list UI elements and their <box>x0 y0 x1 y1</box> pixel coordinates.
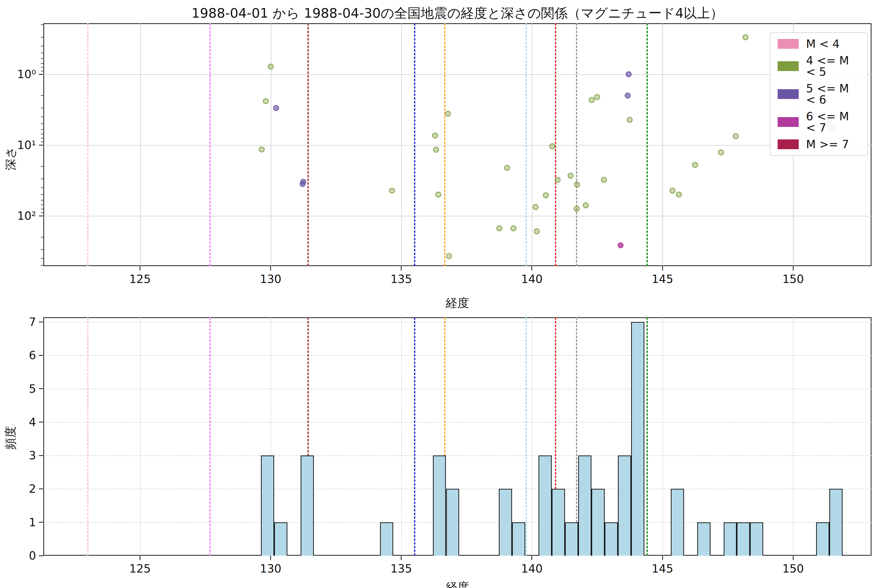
tick-mark <box>401 556 402 560</box>
tick-label: 130 <box>260 273 282 285</box>
tick-mark <box>531 266 532 270</box>
minor-tick-mark <box>41 52 44 53</box>
tick-label: 140 <box>521 273 543 285</box>
legend-label: M >= 7 <box>806 139 849 150</box>
histogram-bar <box>512 522 525 556</box>
scatter-point <box>496 225 502 231</box>
minor-tick-mark <box>41 67 44 68</box>
chart-title: 1988-04-01 から 1988-04-30の全国地震の経度と深さの関係（マ… <box>192 4 723 22</box>
tick-mark <box>531 556 532 560</box>
tick-mark <box>793 556 794 560</box>
vline-marker <box>210 317 211 556</box>
histogram-bar <box>565 522 578 556</box>
histogram-bar <box>671 489 684 556</box>
tick-label: 6 <box>20 350 36 361</box>
scatter-point <box>718 150 724 155</box>
scatter-point <box>543 192 549 198</box>
scatter-point <box>534 228 540 234</box>
histogram-bar <box>604 522 618 556</box>
scatter-point <box>532 204 538 210</box>
scatter-point <box>446 253 452 259</box>
histogram-bar <box>816 522 830 556</box>
histogram-bar <box>301 456 314 556</box>
scatter-point <box>733 133 739 139</box>
legend-item: M < 4 <box>778 38 860 50</box>
vline-marker <box>308 23 309 266</box>
gridline <box>663 317 663 556</box>
vline-marker <box>87 23 88 266</box>
figure: 1988-04-01 から 1988-04-30の全国地震の経度と深さの関係（マ… <box>0 0 882 588</box>
tick-label: 125 <box>129 563 151 574</box>
histogram-bar <box>499 489 512 556</box>
histogram-bar <box>618 456 631 556</box>
gridline <box>532 23 532 266</box>
minor-tick-mark <box>41 258 44 259</box>
gridline <box>663 23 663 266</box>
minor-tick-mark <box>41 108 44 108</box>
gridline <box>44 145 872 146</box>
vline-marker <box>576 23 577 266</box>
minor-tick-mark <box>41 200 44 200</box>
tick-label: 135 <box>390 273 412 285</box>
legend-item: 5 <= M < 6 <box>778 83 860 105</box>
tick-label: 135 <box>390 563 412 574</box>
tick-mark <box>39 388 44 389</box>
gridline <box>44 389 872 389</box>
scatter-point <box>433 147 439 153</box>
vline-marker <box>525 317 527 556</box>
legend: M < 44 <= M < 55 <= M < 66 <= M < 7M >= … <box>770 32 868 156</box>
scatter-point <box>432 132 438 138</box>
tick-label: 145 <box>652 563 673 574</box>
tick-label: 1 <box>20 517 36 528</box>
tick-label: 145 <box>652 273 673 285</box>
vline-marker <box>646 317 648 556</box>
histogram-bar <box>538 456 552 556</box>
histogram-bar <box>830 489 843 556</box>
minor-tick-mark <box>41 194 44 195</box>
legend-swatch <box>778 39 799 49</box>
bottom-ylabel: 頻度 <box>3 426 18 450</box>
tick-label: 5 <box>20 383 36 394</box>
legend-label: 5 <= M < 6 <box>806 83 860 105</box>
scatter-point <box>259 147 265 152</box>
tick-label: 130 <box>260 563 282 574</box>
gridline <box>44 456 872 456</box>
minor-tick-mark <box>41 117 44 117</box>
tick-label: 140 <box>521 563 543 574</box>
minor-tick-mark <box>41 249 44 250</box>
tick-mark <box>39 145 44 146</box>
scatter-point <box>549 143 555 149</box>
scatter-point <box>273 105 279 111</box>
scatter-point <box>670 188 675 194</box>
histogram-bar <box>578 456 591 556</box>
histogram-bar <box>724 522 737 556</box>
histogram-bar <box>631 322 644 556</box>
scatter-point <box>627 117 633 123</box>
tick-label: 10⁰ <box>13 69 36 80</box>
minor-tick-mark <box>41 129 44 130</box>
tick-label: 3 <box>20 450 36 461</box>
legend-swatch <box>778 61 799 71</box>
tick-label: 125 <box>129 273 151 285</box>
histogram-bar <box>274 522 287 556</box>
minor-tick-mark <box>41 58 44 59</box>
minor-tick-mark <box>41 138 44 138</box>
minor-tick-mark <box>41 46 44 46</box>
vline-marker <box>414 23 415 266</box>
minor-tick-mark <box>41 178 44 179</box>
gridline <box>44 355 872 356</box>
tick-mark <box>39 355 44 356</box>
minor-tick-mark <box>41 188 44 188</box>
minor-tick-mark <box>41 205 44 205</box>
histogram-bar <box>591 489 604 556</box>
legend-item: 6 <= M < 7 <box>778 111 860 133</box>
legend-label: M < 4 <box>806 38 840 50</box>
minor-tick-mark <box>41 95 44 96</box>
scatter-point <box>692 162 698 168</box>
tick-mark <box>39 522 44 523</box>
tick-mark <box>270 556 271 560</box>
tick-label: 150 <box>782 563 804 574</box>
minor-tick-mark <box>41 265 44 266</box>
tick-mark <box>140 266 140 270</box>
tick-mark <box>140 556 140 560</box>
